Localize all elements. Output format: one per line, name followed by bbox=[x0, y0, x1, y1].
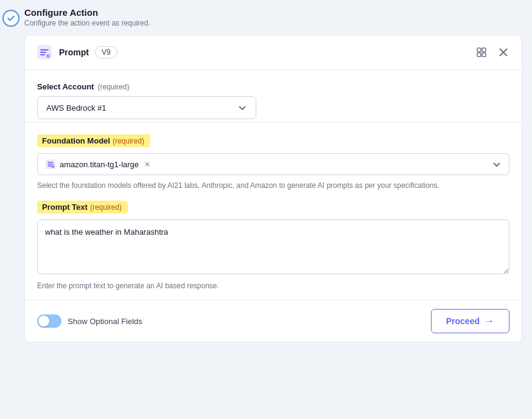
foundation-model-dropdown[interactable]: amazon.titan-tg1-large × bbox=[37, 153, 509, 175]
svg-rect-3 bbox=[482, 48, 486, 52]
step-sidebar bbox=[0, 0, 22, 419]
toggle-label: Show Optional Fields bbox=[68, 317, 142, 326]
step-circle bbox=[2, 10, 19, 27]
svg-point-7 bbox=[52, 165, 55, 168]
page-subtitle: Configure the action event as required. bbox=[24, 19, 522, 27]
page-wrapper: Configure Action Configure the action ev… bbox=[0, 0, 532, 419]
foundation-label-wrapper: Foundation Model (required) bbox=[37, 134, 150, 147]
model-icon bbox=[45, 159, 56, 170]
configure-card: Prompt V9 bbox=[24, 35, 522, 342]
main-content: Configure Action Configure the action ev… bbox=[22, 0, 532, 350]
account-dropdown[interactable]: AWS Bedrock #1 bbox=[37, 96, 256, 119]
account-field-label: Select Account (required) bbox=[37, 82, 509, 91]
svg-rect-2 bbox=[477, 48, 481, 52]
svg-rect-4 bbox=[477, 53, 481, 57]
expand-icon[interactable] bbox=[474, 45, 489, 60]
optional-fields-toggle-row: Show Optional Fields bbox=[37, 314, 142, 328]
prompt-required-text: (required) bbox=[90, 203, 122, 212]
foundation-section: Foundation Model (required) amazon.titan… bbox=[25, 134, 522, 201]
proceed-label: Proceed bbox=[446, 316, 480, 326]
step-icon bbox=[7, 14, 15, 23]
foundation-helper-text: Select the foundation models offered by … bbox=[37, 180, 509, 201]
card-header-icons bbox=[474, 45, 511, 60]
proceed-arrow-icon: → bbox=[485, 316, 494, 327]
optional-fields-toggle[interactable] bbox=[37, 314, 61, 328]
account-label-text: Select Account bbox=[37, 82, 94, 91]
model-remove-button[interactable]: × bbox=[145, 160, 150, 168]
model-tag: amazon.titan-tg1-large × bbox=[45, 159, 150, 170]
card-footer: Show Optional Fields Proceed → bbox=[25, 300, 522, 342]
account-required: (required) bbox=[97, 83, 129, 91]
svg-rect-5 bbox=[482, 53, 486, 57]
prompt-label-wrapper: Prompt Text (required) bbox=[37, 201, 128, 213]
close-icon[interactable] bbox=[496, 45, 511, 60]
card-header-left: Prompt V9 bbox=[36, 44, 117, 61]
prompt-label-text: Prompt Text bbox=[42, 203, 88, 212]
version-badge: V9 bbox=[95, 46, 117, 58]
card-header: Prompt V9 bbox=[25, 35, 522, 70]
foundation-label-text: Foundation Model bbox=[42, 136, 110, 145]
account-chevron-icon bbox=[237, 103, 247, 113]
card-title: Prompt bbox=[59, 47, 89, 57]
account-selected-value: AWS Bedrock #1 bbox=[46, 103, 107, 113]
foundation-required-text: (required) bbox=[113, 137, 144, 145]
page-title: Configure Action bbox=[24, 7, 522, 18]
toggle-knob bbox=[38, 316, 49, 327]
account-section: Select Account (required) AWS Bedrock #1 bbox=[25, 70, 522, 119]
foundation-chevron-icon bbox=[492, 159, 502, 169]
prompt-helper-text: Enter the prompt text to generate an AI … bbox=[37, 282, 509, 290]
prompt-textarea[interactable] bbox=[37, 220, 509, 274]
proceed-button[interactable]: Proceed → bbox=[431, 309, 509, 333]
section-divider bbox=[24, 122, 522, 122]
prompt-icon bbox=[36, 44, 53, 61]
model-name: amazon.titan-tg1-large bbox=[60, 160, 139, 169]
prompt-text-section: Prompt Text (required) Enter the prompt … bbox=[25, 201, 522, 290]
